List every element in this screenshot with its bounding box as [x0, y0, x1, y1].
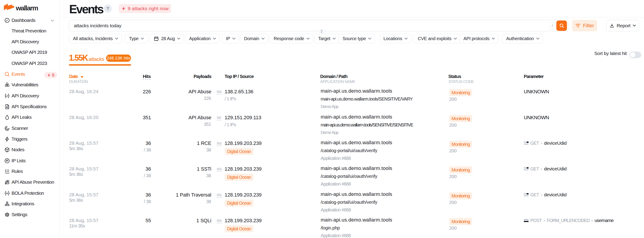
svg-text:IP: IP	[6, 159, 8, 162]
svg-text:ID: ID	[6, 192, 8, 195]
